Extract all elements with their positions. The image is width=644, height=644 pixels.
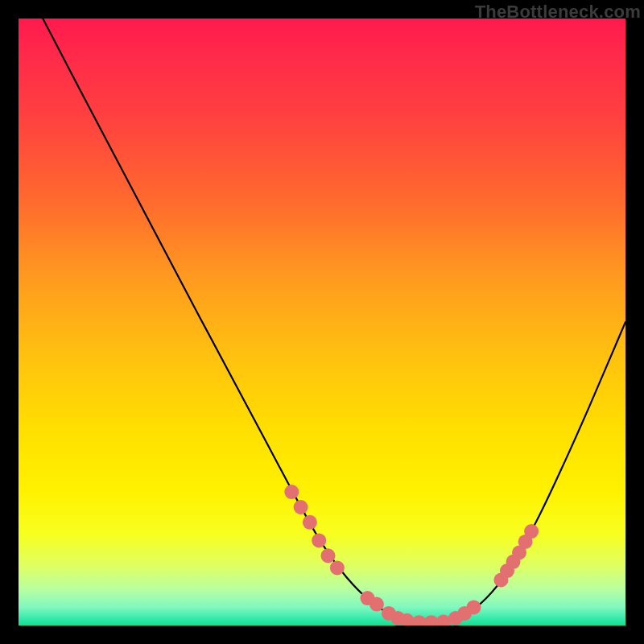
highlight-dot — [294, 500, 308, 514]
highlight-dot — [284, 485, 299, 499]
watermark-text: TheBottleneck.com — [475, 2, 641, 23]
plot-frame — [19, 19, 625, 625]
highlight-dot — [330, 560, 345, 575]
highlight-dot — [321, 548, 336, 563]
highlight-dot — [369, 597, 384, 612]
highlight-dot — [424, 615, 439, 625]
highlight-dot — [524, 524, 539, 539]
plot-svg — [19, 19, 625, 625]
highlight-dot — [303, 515, 317, 530]
highlight-dot — [467, 600, 481, 614]
highlight-marker-group — [284, 485, 539, 625]
highlight-dot — [312, 533, 326, 547]
highlight-dot — [436, 615, 451, 626]
